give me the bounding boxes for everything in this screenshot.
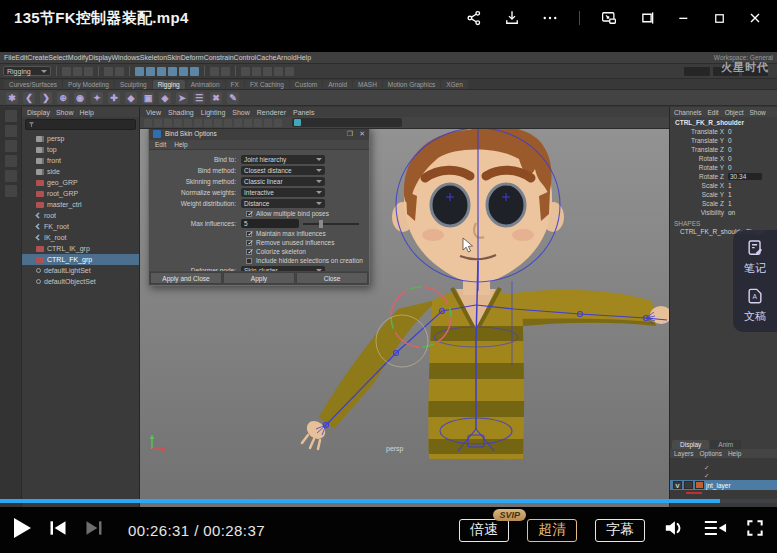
channel-row[interactable]: Visibilityon (670, 208, 777, 217)
layer-editor-tab[interactable]: Display (672, 440, 709, 449)
shelf-icon[interactable]: ◈ (159, 92, 171, 104)
channel-row[interactable]: Scale Y1 (670, 190, 777, 199)
shelf-tab[interactable]: Custom (290, 80, 322, 89)
shelf-tab[interactable]: Poly Modeling (63, 80, 114, 89)
menuset-dropdown[interactable]: Rigging (3, 66, 51, 76)
outliner-item[interactable]: root (22, 210, 139, 221)
shelf-icon[interactable]: ✖ (210, 92, 222, 104)
notes-button[interactable]: 笔记 (733, 238, 777, 276)
outliner-item[interactable]: top (22, 144, 139, 155)
viewport-menu-item[interactable]: Shading (168, 109, 194, 116)
colorize-skeleton-checkbox[interactable]: Colorize skeleton (155, 247, 363, 256)
layer-menu-item[interactable]: Options (700, 450, 722, 457)
channel-box-object-name[interactable]: CTRL_FK_R_shoulder (670, 117, 777, 127)
viewport-canvas[interactable]: persp Bind Skin Options (140, 129, 669, 510)
snap-icons-group[interactable] (135, 67, 199, 76)
outliner-search[interactable] (25, 119, 136, 130)
dock-window-icon[interactable] (638, 9, 656, 27)
allow-multiple-bind-poses-checkbox[interactable]: Allow multiple bind poses (155, 209, 363, 218)
more-icon[interactable] (541, 9, 559, 27)
maya-menu-item[interactable]: Control (234, 54, 257, 61)
viewport-menu-item[interactable]: View (146, 109, 161, 116)
maya-menu-item[interactable]: Help (297, 54, 311, 61)
channel-row[interactable]: Rotate Z30.34 (670, 172, 777, 181)
channel-row[interactable]: Scale X1 (670, 181, 777, 190)
shelf-icon[interactable]: ➤ (176, 92, 188, 104)
shelf-icon[interactable]: ❮ (23, 92, 35, 104)
progress-bar[interactable] (0, 499, 777, 503)
channel-box-menu-item[interactable]: Edit (707, 109, 718, 116)
outliner-item[interactable]: defaultObjectSet (22, 276, 139, 287)
shelf-icon[interactable]: ⊕ (57, 92, 69, 104)
remove-unused-influences-checkbox[interactable]: Remove unused influences (155, 238, 363, 247)
file-icons-group[interactable] (62, 67, 93, 76)
maya-menu-item[interactable]: Create (27, 54, 48, 61)
viewport-menu-item[interactable]: Panels (293, 109, 314, 116)
playback-speed-button[interactable]: 倍速 SVIP (459, 519, 509, 542)
next-video-button[interactable] (84, 519, 104, 541)
transcript-button[interactable]: A 文稿 (733, 286, 777, 324)
channel-row[interactable]: Rotate Y0 (670, 163, 777, 172)
dialog-button[interactable]: Apply and Close (150, 272, 222, 284)
dialog-menu-item[interactable]: Help (174, 141, 187, 148)
shelf-icon[interactable]: ✎ (227, 92, 239, 104)
shelf-icon[interactable]: ✚ (108, 92, 120, 104)
layer-row[interactable]: V jnt_layer (670, 480, 777, 490)
outliner-item[interactable]: master_ctrl (22, 199, 139, 210)
layer-visibility-toggle[interactable]: V (673, 481, 682, 489)
maya-menu-item[interactable]: Deform (181, 54, 204, 61)
channel-row[interactable]: Scale Z1 (670, 199, 777, 208)
maya-menu-item[interactable]: Edit (15, 54, 27, 61)
video-area[interactable]: FileEditCreateSelectModifyDisplayWindows… (0, 36, 777, 507)
outliner-item[interactable]: CTRL_IK_grp (22, 243, 139, 254)
outliner-item[interactable]: CTRL_FK_grp (22, 254, 139, 265)
rotate-tool-icon[interactable] (5, 170, 17, 182)
maya-menu-item[interactable]: Select (48, 54, 67, 61)
outliner-item[interactable]: persp (22, 133, 139, 144)
shelf-tab[interactable]: MASH (353, 80, 382, 89)
shelf-tab[interactable]: Arnold (323, 80, 352, 89)
maya-menu-item[interactable]: Cache (256, 54, 276, 61)
dialog-titlebar[interactable]: Bind Skin Options ❐✕ (149, 129, 369, 140)
layer-toggle-row[interactable]: ✓ (670, 464, 777, 472)
outliner-item[interactable]: root_GRP (22, 188, 139, 199)
render-icons-group[interactable] (241, 67, 294, 76)
bind-to-dropdown[interactable]: Joint hierarchy (241, 155, 325, 164)
bind-method-dropdown[interactable]: Closest distance (241, 166, 325, 175)
move-tool-icon[interactable] (5, 155, 17, 167)
shelf-tab[interactable]: FX (226, 80, 244, 89)
maya-menu-item[interactable]: Skin (167, 54, 181, 61)
skinning-method-dropdown[interactable]: Classic linear (241, 177, 325, 186)
shelf-tab[interactable]: XGen (441, 80, 468, 89)
outliner-menu-item[interactable]: Display (27, 109, 50, 116)
dialog-menu-item[interactable]: Edit (155, 141, 166, 148)
maya-menu-item[interactable]: Display (88, 54, 111, 61)
maya-menu-item[interactable]: Skeleton (140, 54, 167, 61)
subtitle-button[interactable]: 字幕 (595, 519, 645, 542)
dialog-button[interactable]: Apply (223, 272, 295, 284)
maya-menu-item[interactable]: File (4, 54, 15, 61)
max-influences-field[interactable]: 5 (241, 219, 299, 228)
viewport-panel[interactable]: ViewShadingLightingShowRendererPanels (140, 107, 670, 510)
dialog-close-icon[interactable]: ✕ (359, 130, 365, 138)
layer-editor-tab[interactable]: Anim (710, 440, 741, 449)
layer-color-swatch[interactable] (695, 481, 704, 489)
download-icon[interactable] (503, 9, 521, 27)
maya-menu-item[interactable]: Modify (68, 54, 89, 61)
play-button[interactable] (12, 517, 32, 543)
shelf-tab[interactable]: Motion Graphics (383, 80, 440, 89)
viewport-menu-item[interactable]: Show (232, 109, 250, 116)
outliner-item[interactable]: FK_root (22, 221, 139, 232)
outliner-item[interactable]: geo_GRP (22, 177, 139, 188)
paint-select-tool-icon[interactable] (5, 140, 17, 152)
outliner-item[interactable]: side (22, 166, 139, 177)
layer-menu-item[interactable]: Help (728, 450, 741, 457)
channel-row[interactable]: Translate Z0 (670, 145, 777, 154)
outliner-menu-item[interactable]: Show (56, 109, 74, 116)
close-icon[interactable] (747, 10, 763, 26)
maya-menu-item[interactable]: Arnold (276, 54, 296, 61)
camera-bookmark-box[interactable] (292, 118, 402, 127)
outliner-item[interactable]: defaultLightSet (22, 265, 139, 276)
channel-row[interactable]: Translate Y0 (670, 136, 777, 145)
lasso-tool-icon[interactable] (5, 125, 17, 137)
